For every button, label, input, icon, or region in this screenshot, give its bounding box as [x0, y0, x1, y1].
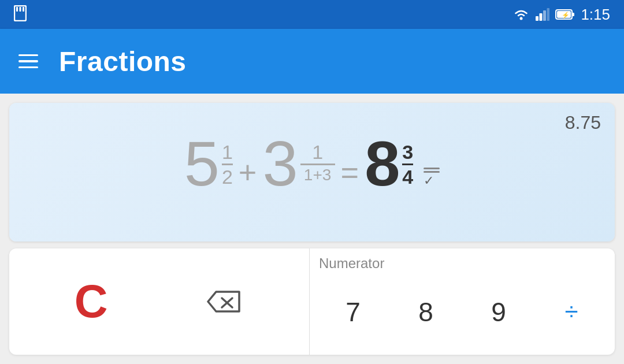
battery-icon: ⚡ [555, 9, 575, 20]
keyboard-card: C Numerator 7 8 9 ÷ [9, 248, 615, 355]
numerator-label: Numerator [319, 255, 606, 272]
result-fraction-line [402, 164, 413, 165]
term2: 3 1 1+3 [262, 132, 335, 195]
term1-fraction-line [222, 164, 233, 165]
svg-rect-5 [536, 16, 538, 21]
term1-whole: 5 [184, 132, 220, 195]
expand-result-button[interactable]: ✓ [424, 139, 440, 188]
result-fraction: 3 4 [402, 132, 413, 187]
term2-numerator: 1 [312, 142, 323, 162]
display-card: 8.75 5 1 2 + 3 1 1+3 [9, 103, 615, 242]
term1: 5 1 2 [184, 132, 233, 195]
svg-rect-10 [572, 13, 574, 16]
expand-line-1 [424, 168, 440, 169]
app-title: Fractions [59, 46, 187, 77]
expand-line-2 [424, 171, 440, 173]
main-content: 8.75 5 1 2 + 3 1 1+3 [0, 94, 624, 364]
svg-text:⚡: ⚡ [562, 11, 570, 19]
hamburger-line-1 [18, 54, 38, 57]
result-denominator: 4 [402, 167, 413, 187]
status-bar: ⚡ 1:15 [0, 0, 624, 29]
backspace-icon [203, 287, 244, 316]
term1-denominator: 2 [222, 167, 233, 187]
svg-rect-2 [20, 7, 21, 12]
status-bar-left [14, 5, 27, 24]
result-numerator: 3 [402, 142, 413, 162]
key-divide[interactable]: ÷ [537, 292, 606, 332]
key-8[interactable]: 8 [392, 292, 460, 332]
expand-check-icon: ✓ [424, 173, 440, 188]
keyboard-right-panel: Numerator 7 8 9 ÷ [310, 248, 615, 355]
equals-sign: = [341, 137, 359, 190]
svg-rect-6 [540, 13, 543, 21]
svg-rect-3 [23, 7, 24, 12]
key-9[interactable]: 9 [465, 292, 533, 332]
operator1: + [239, 137, 257, 190]
term2-whole: 3 [262, 132, 298, 195]
backspace-button[interactable] [203, 287, 244, 316]
result-whole: 8 [365, 132, 400, 195]
status-icons: ⚡ 1:15 [512, 6, 610, 24]
clear-button[interactable]: C [75, 275, 108, 328]
svg-rect-1 [16, 7, 18, 12]
term2-denominator: 1+3 [304, 167, 332, 183]
equation-area: 5 1 2 + 3 1 1+3 = [27, 114, 597, 195]
signal-icon [536, 8, 549, 21]
key-row-1: 7 8 9 ÷ [319, 276, 606, 348]
result: 8 3 4 [365, 132, 413, 195]
decimal-result: 8.75 [565, 112, 601, 133]
term2-fraction: 1 1+3 [300, 132, 335, 183]
hamburger-line-3 [18, 66, 38, 69]
keyboard-left-panel: C [9, 248, 310, 355]
svg-rect-8 [547, 8, 550, 21]
app-bar: Fractions [0, 29, 624, 94]
svg-point-4 [520, 17, 523, 20]
status-time: 1:15 [581, 6, 610, 24]
wifi-icon [512, 8, 530, 21]
term1-fraction: 1 2 [222, 132, 233, 187]
term2-fraction-line [300, 164, 335, 165]
key-7[interactable]: 7 [319, 292, 387, 332]
sd-card-icon [14, 5, 27, 21]
hamburger-line-2 [18, 60, 38, 62]
hamburger-menu-button[interactable] [18, 54, 38, 69]
term1-numerator: 1 [222, 142, 233, 162]
svg-rect-7 [543, 10, 546, 21]
